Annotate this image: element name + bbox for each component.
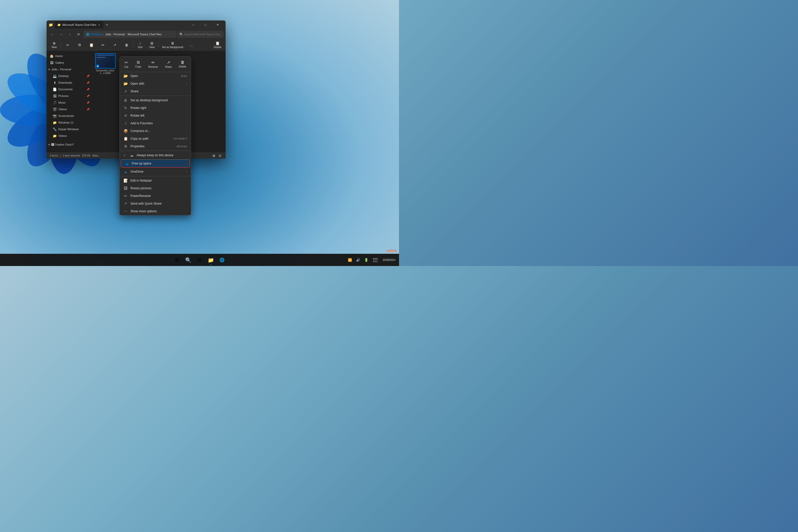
cm-rotate-right[interactable]: ↻ Rotate right	[120, 104, 191, 112]
search-input[interactable]	[184, 33, 220, 36]
breadcrumb-joao[interactable]: João - Personal	[105, 33, 125, 36]
sidebar-item-gallery[interactable]: 🖼 Gallery	[46, 59, 93, 66]
cm-share[interactable]: ↗ Share	[120, 88, 191, 95]
refresh-button[interactable]: ⟳	[75, 31, 82, 38]
cm-edit-notepad[interactable]: 📝 Edit in Notepad	[120, 177, 191, 185]
share-button[interactable]: ↗	[109, 42, 120, 48]
cut-button[interactable]: ✂	[62, 42, 73, 48]
cm-quick-share[interactable]: ↗ Send with Quick Share	[120, 200, 191, 207]
rotate-right-icon: ↻	[123, 106, 128, 110]
search-bar[interactable]: 🔍	[177, 31, 224, 38]
close-button[interactable]: ✕	[212, 21, 224, 29]
creative-chevron: ▶	[49, 143, 51, 146]
taskview-button[interactable]: ⧉	[194, 255, 205, 265]
cm-share-button[interactable]: ↗ Share	[162, 59, 175, 70]
cm-onedrive[interactable]: ☁ OneDrive ›	[120, 168, 191, 175]
cm-copy-path[interactable]: 📋 Copy as path Ctrl+Shift+C	[120, 135, 191, 142]
cm-add-favorites[interactable]: ☆ Add to Favorites	[120, 119, 191, 127]
cm-rename-button[interactable]: ✏ Rename	[145, 59, 161, 70]
cm-delete-button[interactable]: 🗑 Delete	[176, 59, 189, 70]
cm-copy-button[interactable]: ⧉ Copy	[132, 59, 144, 70]
pin-icon-3: 📌	[87, 88, 90, 91]
more-options-icon: ⋯	[123, 209, 128, 213]
minimize-button[interactable]: ─	[187, 21, 199, 29]
back-button[interactable]: ←	[49, 31, 56, 38]
tab-close-button[interactable]: ✕	[98, 23, 101, 27]
cm-copy-icon: ⧉	[137, 60, 140, 65]
sidebar-item-repair[interactable]: 🔧 Repair Windows	[46, 126, 93, 132]
tray-battery-icon[interactable]: 🔋	[363, 256, 370, 264]
cm-always-keep[interactable]: ✓ ☁ Always keep on this device	[120, 151, 191, 159]
more-button[interactable]: …	[186, 42, 197, 48]
sidebar-item-pictures[interactable]: 🖼 Pictures 📌	[46, 93, 93, 99]
favorites-icon: ☆	[123, 121, 128, 125]
cm-compress[interactable]: 📦 Compress to... ›	[120, 127, 191, 135]
selected-info: 1 item selected	[63, 154, 80, 157]
sidebar-item-music[interactable]: 🎵 Music 📌	[46, 99, 93, 106]
tray-network-icon[interactable]: 📶	[346, 256, 354, 264]
details-button[interactable]: 📋 Details	[211, 40, 224, 50]
navigation-bar: ← → ↑ ⟳ 🌐 OneDrive › João - Personal › M…	[46, 29, 226, 39]
breadcrumb-bar[interactable]: 🌐 OneDrive › João - Personal › Microsoft…	[83, 31, 176, 38]
share-icon: ↗	[113, 43, 116, 47]
sync-status: Alwa...	[92, 154, 100, 157]
cm-notepad-label: Edit in Notepad	[130, 179, 187, 182]
paste-button[interactable]: 📋	[86, 42, 97, 48]
details-icon: 📋	[215, 41, 220, 45]
cm-properties[interactable]: ⚙ Properties Alt+Enter	[120, 142, 191, 150]
copy-button[interactable]: ⧉	[74, 42, 85, 48]
grid-view-button[interactable]: ▦	[211, 153, 216, 158]
sidebar-item-videos[interactable]: 🎬 Videos 📌	[46, 106, 93, 113]
cm-free-space[interactable]: ☁ Free up space ←	[121, 159, 190, 168]
file-item[interactable]: ☁ Screenshot_2023-1...173909	[95, 53, 116, 74]
sidebar-label-videos2: Videos	[58, 134, 67, 137]
gallery-icon: 🖼	[50, 61, 54, 65]
details-label: Details	[213, 46, 222, 49]
sidebar-item-downloads[interactable]: ⬇ Downloads 📌	[46, 79, 93, 86]
cm-more-options[interactable]: ⋯ Show more options	[120, 207, 191, 215]
maximize-button[interactable]: □	[200, 21, 211, 29]
view-button[interactable]: ⊞ View	[146, 40, 157, 50]
cm-more-label: Show more options	[130, 209, 187, 213]
edge-taskbar-button[interactable]: 🌐	[217, 255, 227, 265]
new-tab-button[interactable]: +	[104, 22, 110, 28]
rename-button[interactable]: ✏	[97, 42, 109, 48]
list-view-button[interactable]: ▤	[217, 153, 223, 158]
tray-volume-icon[interactable]: 🔊	[355, 256, 362, 264]
sidebar-item-home[interactable]: 🏠 Home	[46, 53, 93, 59]
tray-language-button[interactable]: ENGINTL	[371, 256, 380, 264]
cm-resize-pictures[interactable]: 🖼 Resize pictures	[120, 185, 191, 192]
cm-cut-icon: ✂	[125, 60, 128, 65]
search-button[interactable]: 🔍	[183, 255, 193, 265]
new-button[interactable]: ⊕ New	[49, 40, 60, 50]
sidebar-section-joao[interactable]: ▶ João - Personal	[46, 66, 93, 73]
copy-icon: ⧉	[78, 43, 81, 47]
sidebar-item-videos2[interactable]: 📁 Videos	[46, 132, 93, 139]
start-button[interactable]: ⊞	[172, 255, 182, 265]
up-button[interactable]: ↑	[66, 31, 74, 38]
cm-rotate-left[interactable]: ↺ Rotate left	[120, 112, 191, 119]
sidebar-item-documents[interactable]: 📄 Documents 📌	[46, 86, 93, 93]
delete-button[interactable]: 🗑	[121, 42, 132, 48]
cm-properties-shortcut: Alt+Enter	[177, 145, 187, 148]
active-tab[interactable]: 📁 Microsoft Teams Chat Files ✕	[55, 21, 103, 28]
videos2-icon: 📁	[53, 134, 57, 138]
cm-open[interactable]: 📂 Open Enter	[120, 72, 191, 80]
cm-set-desktop-bg[interactable]: 🖥 Set as desktop background	[120, 96, 191, 104]
sidebar-item-desktop[interactable]: 💻 Desktop 📌	[46, 73, 93, 79]
breadcrumb-current[interactable]: Microsoft Teams Chat Files	[128, 33, 162, 36]
cm-cut-button[interactable]: ✂ Cut	[121, 59, 131, 70]
sidebar-section-creative[interactable]: ▶ 🅰 Creative Cloud F	[46, 141, 93, 148]
view-label: View	[149, 46, 155, 49]
forward-button[interactable]: →	[57, 31, 65, 38]
cm-powerrename[interactable]: ✏ PowerRename	[120, 192, 191, 200]
new-icon: ⊕	[53, 41, 56, 45]
sidebar-item-windows11[interactable]: 📁 Windows 11	[46, 119, 93, 126]
explorer-taskbar-button[interactable]: 📁	[206, 255, 216, 265]
breadcrumb-onedrive[interactable]: 🌐 OneDrive	[86, 33, 102, 36]
set-background-button[interactable]: 🖥 Set as background	[160, 40, 185, 50]
cm-open-with[interactable]: 📂 Open with ›	[120, 80, 191, 88]
sort-button[interactable]: ↕ Sort	[135, 40, 146, 50]
sidebar-item-screenshots[interactable]: 📸 Screenshots	[46, 113, 93, 119]
system-clock[interactable]: 20/08/2024	[381, 258, 397, 262]
